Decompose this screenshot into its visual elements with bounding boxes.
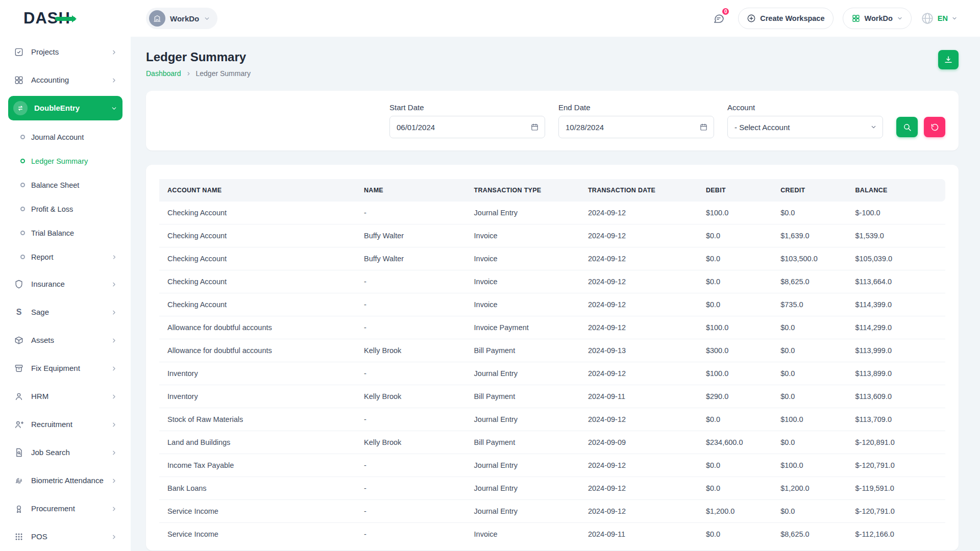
sidebar-item-label: Job Search (31, 448, 104, 458)
cell-credit: $8,625.0 (772, 523, 847, 546)
sidebar-item-recruitment[interactable]: Recruitment (8, 412, 122, 437)
globe-icon (921, 12, 934, 25)
table-row[interactable]: Inventory - Journal Entry 2024-09-12 $10… (159, 362, 945, 385)
cell-transaction-date: 2024-09-12 (580, 362, 698, 385)
table-row[interactable]: Checking Account - Invoice 2024-09-12 $0… (159, 293, 945, 316)
export-button[interactable] (938, 50, 959, 69)
table-row[interactable]: Inventory Kelly Brook Bill Payment 2024-… (159, 385, 945, 408)
sidebar-item-label: Projects (31, 47, 104, 57)
cell-balance: $113,664.0 (847, 270, 945, 293)
medal-icon (13, 504, 24, 514)
sidebar-item-balance-sheet[interactable]: Balance Sheet (15, 173, 122, 197)
cell-balance: $113,899.0 (847, 362, 945, 385)
sidebar-item-report[interactable]: Report (15, 245, 122, 269)
double-entry-icon (13, 101, 28, 115)
table-row[interactable]: Bank Loans - Journal Entry 2024-09-12 $0… (159, 477, 945, 500)
cell-transaction-type: Bill Payment (466, 385, 580, 408)
sidebar-item-insurance[interactable]: Insurance (8, 272, 122, 296)
column-header: ACCOUNT NAME (159, 179, 356, 202)
cell-debit: $0.0 (698, 224, 772, 247)
column-header: TRANSACTION TYPE (466, 179, 580, 202)
cell-debit: $0.0 (698, 477, 772, 500)
sub-item-label: Trial Balance (31, 229, 117, 237)
sidebar-item-hrm[interactable]: HRM (8, 384, 122, 409)
sidebar-item-trial-balance[interactable]: Trial Balance (15, 221, 122, 245)
sidebar-item-fix-equipment[interactable]: Fix Equipment (8, 356, 122, 381)
workspace-menu-label: WorkDo (865, 14, 893, 22)
cell-account-name: Checking Account (159, 270, 356, 293)
cell-name: - (356, 500, 466, 523)
cell-name: - (356, 202, 466, 224)
sidebar-item-procurement[interactable]: Procurement (8, 496, 122, 521)
download-icon (944, 55, 953, 64)
sub-item-label: Ledger Summary (31, 157, 117, 165)
end-date-label: End Date (558, 103, 714, 112)
sidebar-item-profit-loss[interactable]: Profit & Loss (15, 197, 122, 221)
table-row[interactable]: Checking Account Buffy Walter Invoice 20… (159, 247, 945, 270)
cell-transaction-type: Journal Entry (466, 202, 580, 224)
table-row[interactable]: Land and Buildings Kelly Brook Bill Paym… (159, 431, 945, 454)
ledger-table: ACCOUNT NAMENAMETRANSACTION TYPETRANSACT… (159, 179, 945, 545)
bullet-icon (20, 159, 25, 163)
chevron-down-icon (897, 15, 903, 21)
cell-credit: $8,625.0 (772, 270, 847, 293)
breadcrumb-dashboard-link[interactable]: Dashboard (146, 69, 181, 78)
cell-balance: $113,609.0 (847, 385, 945, 408)
cell-account-name: Allowance for doubtful accounts (159, 316, 356, 339)
sidebar-item-sage[interactable]: S Sage (8, 300, 122, 324)
sidebar-item-accounting[interactable]: Accounting (8, 68, 122, 92)
table-body: Checking Account - Journal Entry 2024-09… (159, 202, 945, 545)
table-row[interactable]: Allowance for doubtful accounts Kelly Br… (159, 339, 945, 362)
cell-balance: $-112,166.0 (847, 523, 945, 546)
messages-button[interactable]: 0 (708, 8, 729, 29)
cell-debit: $300.0 (698, 339, 772, 362)
chevron-right-icon (186, 71, 191, 77)
start-date-input[interactable] (389, 116, 545, 138)
sidebar-item-assets[interactable]: Assets (8, 328, 122, 353)
dash-logo[interactable]: DASH (23, 9, 70, 28)
table-row[interactable]: Income Tax Payable - Journal Entry 2024-… (159, 454, 945, 477)
table-row[interactable]: Checking Account Buffy Walter Invoice 20… (159, 224, 945, 247)
end-date-input[interactable] (558, 116, 714, 138)
sidebar-item-job-search[interactable]: Job Search (8, 440, 122, 465)
table-row[interactable]: Service Income - Journal Entry 2024-09-1… (159, 500, 945, 523)
workspace-switcher[interactable]: WorkDo (146, 8, 217, 29)
reset-filter-button[interactable] (924, 117, 945, 137)
cell-account-name: Service Income (159, 500, 356, 523)
sidebar-item-journal-account[interactable]: Journal Account (15, 125, 122, 149)
chevron-right-icon (111, 281, 117, 288)
search-button[interactable] (896, 117, 918, 137)
sidebar-item-pos[interactable]: POS (8, 524, 122, 549)
table-row[interactable]: Allowance for doubtful accounts - Invoic… (159, 316, 945, 339)
cell-debit: $1,200.0 (698, 500, 772, 523)
create-workspace-button[interactable]: Create Workspace (738, 8, 833, 29)
cell-name: - (356, 408, 466, 431)
language-code: EN (938, 14, 948, 22)
column-header: BALANCE (847, 179, 945, 202)
table-row[interactable]: Service Income - Invoice 2024-09-11 $0.0… (159, 523, 945, 546)
sidebar-item-biometric-attendance[interactable]: Biometric Attendance (8, 468, 122, 493)
cell-account-name: Checking Account (159, 202, 356, 224)
language-selector[interactable]: EN (921, 12, 958, 25)
sidebar-item-label: HRM (31, 392, 104, 402)
table-header-row: ACCOUNT NAMENAMETRANSACTION TYPETRANSACT… (159, 179, 945, 202)
cell-transaction-date: 2024-09-12 (580, 247, 698, 270)
sidebar-item-doubleentry[interactable]: DoubleEntry (8, 96, 122, 120)
workspace-menu-button[interactable]: WorkDo (843, 8, 912, 29)
table-row[interactable]: Stock of Raw Materials - Journal Entry 2… (159, 408, 945, 431)
fingerprint-icon (13, 475, 24, 486)
start-date-field: Start Date (389, 103, 545, 138)
sidebar-item-label: Fix Equipment (31, 364, 104, 373)
logo-accent-arrow (55, 17, 76, 21)
chevron-right-icon (111, 309, 117, 316)
cell-balance: $1,539.0 (847, 224, 945, 247)
main-content: Ledger Summary Dashboard Ledger Summary … (131, 37, 980, 550)
table-row[interactable]: Checking Account - Invoice 2024-09-12 $0… (159, 270, 945, 293)
table-row[interactable]: Checking Account - Journal Entry 2024-09… (159, 202, 945, 224)
cell-debit: $100.0 (698, 202, 772, 224)
bullet-icon (20, 183, 25, 187)
account-select[interactable]: - Select Account (727, 116, 883, 138)
search-icon (903, 123, 912, 132)
sidebar-item-projects[interactable]: Projects (8, 40, 122, 64)
sidebar-item-ledger-summary[interactable]: Ledger Summary (15, 149, 122, 173)
